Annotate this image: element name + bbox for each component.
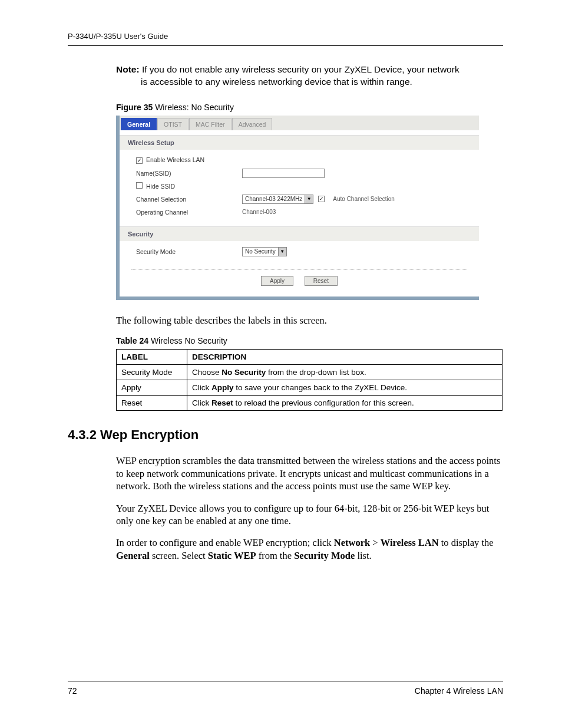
paragraph: WEP encryption scrambles the data transm… [116, 454, 503, 492]
wireless-config-screenshot: General OTIST MAC Filter Advanced Wirele… [116, 116, 479, 300]
paragraph: In order to configure and enable WEP enc… [116, 536, 503, 562]
auto-channel-label: Auto Channel Selection [333, 196, 395, 202]
chapter-label: Chapter 4 Wireless LAN [415, 686, 503, 696]
note-text-2: is accessible to any wireless networking… [116, 76, 503, 88]
description-table: LABEL DESCRIPTION Security Mode Choose N… [116, 349, 503, 411]
hide-ssid-checkbox[interactable] [136, 182, 143, 189]
paragraph: Your ZyXEL Device allows you to configur… [116, 502, 503, 528]
table-row: Apply Click Apply to save your changes b… [117, 380, 503, 396]
figure-label: Figure 35 [116, 103, 153, 112]
tab-advanced[interactable]: Advanced [232, 118, 273, 130]
section-heading: 4.3.2 Wep Encryption [68, 427, 503, 443]
operating-channel-value: Channel-003 [242, 209, 276, 215]
table-title: Wireless No Security [148, 336, 227, 345]
cell-description: Choose No Security from the drop-down li… [187, 365, 503, 380]
note-label: Note: [116, 64, 140, 74]
figure-caption: Figure 35 Wireless: No Security [116, 103, 503, 112]
chevron-down-icon: ▼ [278, 248, 286, 256]
cell-label: Apply [117, 380, 187, 396]
hide-ssid-label: Hide SSID [146, 183, 175, 190]
page-number: 72 [68, 686, 77, 696]
security-mode-select[interactable]: No Security ▼ [242, 247, 287, 256]
table-label: Table 24 [116, 336, 148, 345]
figure-title: Wireless: No Security [153, 103, 234, 112]
table-intro-text: The following table describes the labels… [116, 314, 503, 327]
enable-wlan-label: Enable Wireless LAN [146, 156, 204, 163]
tab-bar: General OTIST MAC Filter Advanced [120, 116, 479, 130]
ssid-label: Name(SSID) [136, 170, 242, 177]
table-caption: Table 24 Wireless No Security [116, 336, 503, 345]
table-row: Reset Click Reset to reload the previous… [117, 396, 503, 411]
channel-select[interactable]: Channel-03 2422MHz ▼ [242, 195, 313, 204]
running-header: P-334U/P-335U User's Guide [68, 32, 503, 46]
cell-description: Click Apply to save your changes back to… [187, 380, 503, 396]
chevron-down-icon: ▼ [305, 195, 313, 203]
cell-label: Reset [117, 396, 187, 411]
note-block: Note: If you do not enable any wireless … [116, 64, 503, 88]
cell-label: Security Mode [117, 365, 187, 380]
channel-selection-label: Channel Selection [136, 196, 242, 203]
reset-button[interactable]: Reset [305, 276, 338, 286]
table-header-row: LABEL DESCRIPTION [117, 350, 503, 365]
apply-button[interactable]: Apply [261, 276, 293, 286]
channel-select-value: Channel-03 2422MHz [243, 196, 305, 202]
tab-mac-filter[interactable]: MAC Filter [189, 118, 232, 130]
tab-otist[interactable]: OTIST [157, 118, 189, 130]
operating-channel-label: Operating Channel [136, 209, 242, 216]
page-footer: 72 Chapter 4 Wireless LAN [68, 681, 503, 696]
th-description: DESCRIPTION [187, 350, 503, 365]
table-row: Security Mode Choose No Security from th… [117, 365, 503, 380]
cell-description: Click Reset to reload the previous confi… [187, 396, 503, 411]
security-mode-value: No Security [243, 248, 278, 255]
security-mode-label: Security Mode [136, 248, 242, 255]
section-security: Security [120, 226, 479, 241]
ssid-input[interactable] [242, 169, 325, 178]
enable-wlan-checkbox[interactable]: ✓ [136, 157, 143, 164]
auto-channel-checkbox[interactable]: ✓ [318, 196, 325, 202]
tab-general[interactable]: General [121, 118, 157, 130]
note-text-1: If you do not enable any wireless securi… [140, 64, 459, 74]
th-label: LABEL [117, 350, 187, 365]
section-wireless-setup: Wireless Setup [120, 135, 479, 150]
